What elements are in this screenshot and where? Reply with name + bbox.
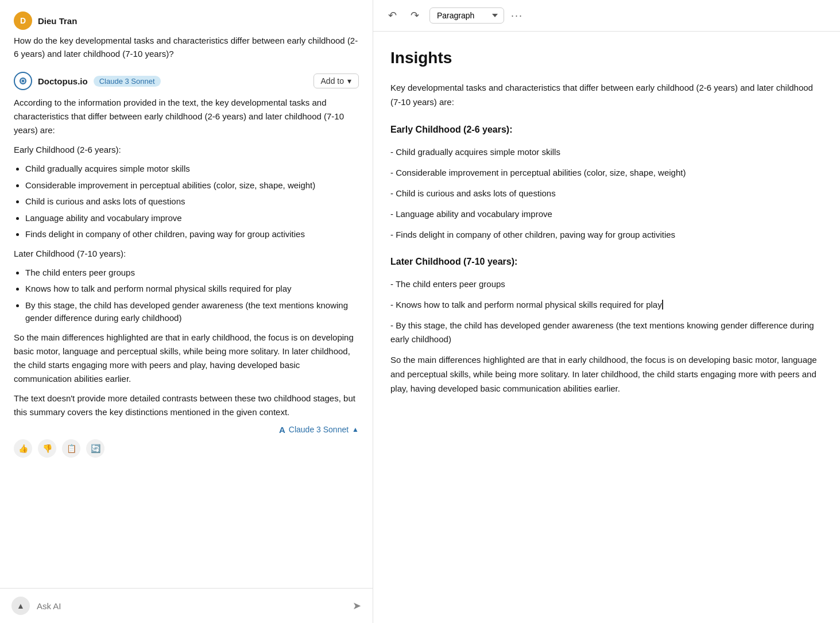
ask-ai-input[interactable] xyxy=(37,601,346,611)
right-panel: ↶ ↷ Paragraph Heading 1 Heading 2 Headin… xyxy=(373,0,840,623)
user-message: D Dieu Tran How do the key developmental… xyxy=(14,11,359,60)
early-childhood-list: Child gradually acquires simple motor sk… xyxy=(25,162,359,241)
redo-button[interactable]: ↷ xyxy=(407,7,423,24)
chevron-down-icon: ▾ xyxy=(347,76,351,86)
anthropic-icon: A xyxy=(279,425,285,435)
user-question: How do the key developmental tasks and c… xyxy=(14,34,359,60)
list-item: Considerable improvement in perceptual a… xyxy=(25,179,359,192)
insights-early-item-5: - Finds delight in company of other chil… xyxy=(390,228,823,242)
redo-icon: ↷ xyxy=(411,9,419,22)
insights-later-item-2: - Knows how to talk and perform normal p… xyxy=(390,298,823,312)
send-button[interactable]: ➤ xyxy=(353,599,361,612)
list-item: Knows how to talk and perform normal phy… xyxy=(25,283,359,296)
more-icon: ··· xyxy=(511,10,523,21)
list-item: The child enters peer groups xyxy=(25,266,359,280)
chevron-up-icon: ▲ xyxy=(17,601,25,610)
insights-later-item-3: - By this stage, the child has developed… xyxy=(390,319,823,346)
paragraph-select[interactable]: Paragraph Heading 1 Heading 2 Heading 3 xyxy=(429,7,504,24)
later-childhood-heading: Later Childhood (7-10 years): xyxy=(390,254,823,269)
thumbs-up-icon[interactable]: 👍 xyxy=(14,439,32,458)
early-childhood-heading: Early Childhood (2-6 years): xyxy=(390,122,823,137)
bot-response-text: According to the information provided in… xyxy=(14,96,359,419)
claude-footer-label: Claude 3 Sonnet xyxy=(289,425,349,434)
list-item: Child gradually acquires simple motor sk… xyxy=(25,162,359,176)
right-content: Insights Key developmental tasks and cha… xyxy=(373,32,840,623)
svg-point-2 xyxy=(22,80,24,82)
list-item: Child is curious and asks lots of questi… xyxy=(25,195,359,208)
later-childhood-list: The child enters peer groups Knows how t… xyxy=(25,266,359,325)
insights-summary: So the main differences highlighted are … xyxy=(390,353,823,396)
chat-area: D Dieu Tran How do the key developmental… xyxy=(0,0,373,588)
right-toolbar: ↶ ↷ Paragraph Heading 1 Heading 2 Headin… xyxy=(373,0,840,32)
insights-early-item-1: - Child gradually acquires simple motor … xyxy=(390,145,823,159)
thumbs-down-icon[interactable]: 👎 xyxy=(38,439,56,458)
chat-input-bar: ▲ ➤ xyxy=(0,588,373,623)
claude-badge: Claude 3 Sonnet xyxy=(94,76,161,87)
bot-message: Doctopus.io Claude 3 Sonnet Add to ▾ Acc… xyxy=(14,72,359,462)
insights-early-item-2: - Considerable improvement in perceptual… xyxy=(390,166,823,180)
user-header: D Dieu Tran xyxy=(14,11,359,30)
chevron-up-icon: ▲ xyxy=(352,425,359,434)
bot-header: Doctopus.io Claude 3 Sonnet Add to ▾ xyxy=(14,72,359,90)
insights-early-item-4: - Language ability and vocabulary improv… xyxy=(390,207,823,221)
bot-logo-icon xyxy=(14,72,32,90)
send-icon: ➤ xyxy=(353,600,361,612)
bot-name: Doctopus.io xyxy=(38,76,88,86)
add-to-button[interactable]: Add to ▾ xyxy=(313,73,359,88)
claude-footer: A Claude 3 Sonnet ▲ xyxy=(14,425,359,435)
left-panel: D Dieu Tran How do the key developmental… xyxy=(0,0,373,623)
insights-intro: Key developmental tasks and characterist… xyxy=(390,81,823,110)
undo-button[interactable]: ↶ xyxy=(385,7,400,24)
refresh-icon[interactable]: 🔄 xyxy=(86,439,104,458)
scroll-up-button[interactable]: ▲ xyxy=(11,597,30,615)
list-item: Finds delight in company of other childr… xyxy=(25,228,359,241)
action-row: 👍 👎 📋 🔄 xyxy=(14,435,359,462)
undo-icon: ↶ xyxy=(388,9,397,22)
insights-later-item-1: - The child enters peer groups xyxy=(390,277,823,291)
page-title: Insights xyxy=(390,49,823,67)
more-options-button[interactable]: ··· xyxy=(511,10,523,22)
list-item: By this stage, the child has developed g… xyxy=(25,299,359,325)
insights-early-item-3: - Child is curious and asks lots of ques… xyxy=(390,187,823,200)
user-name: Dieu Tran xyxy=(38,16,77,26)
avatar: D xyxy=(14,11,32,30)
copy-icon[interactable]: 📋 xyxy=(62,439,80,458)
list-item: Language ability and vocabulary improve xyxy=(25,212,359,225)
